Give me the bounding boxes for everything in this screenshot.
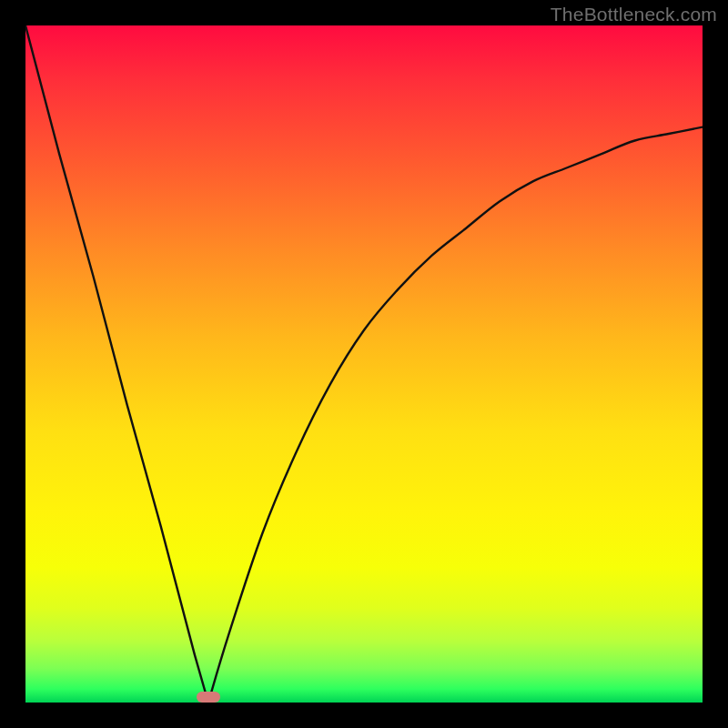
minimum-marker <box>197 692 220 703</box>
chart-left-line <box>25 25 208 703</box>
chart-plot-area <box>25 25 703 703</box>
chart-right-line <box>208 127 703 703</box>
watermark-text: TheBottleneck.com <box>551 4 717 25</box>
chart-curve <box>25 25 703 703</box>
